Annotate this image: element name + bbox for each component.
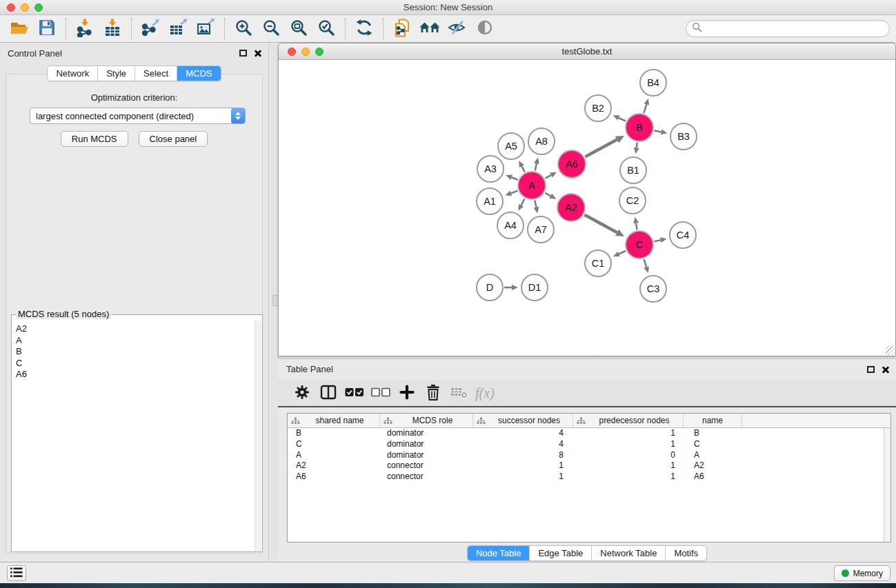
open-session-button[interactable] bbox=[6, 17, 33, 41]
table-cell-name[interactable]: A2 bbox=[684, 460, 742, 472]
table-row[interactable]: A6connector11A6 bbox=[288, 472, 890, 483]
table-cell-mcds_role[interactable]: connector bbox=[380, 472, 473, 483]
table-cell-predecessor_nodes[interactable]: 1 bbox=[573, 460, 684, 472]
graph-node-B4[interactable]: B4 bbox=[640, 70, 666, 96]
table-cell-shared_name[interactable]: A2 bbox=[288, 460, 380, 472]
table-row[interactable]: A2connector11A2 bbox=[288, 460, 890, 472]
column-header-mcds-role[interactable]: MCDS role bbox=[380, 414, 473, 427]
criterion-dropdown[interactable]: largest connected component (directed) bbox=[30, 108, 246, 124]
graph-edge-A-A7[interactable] bbox=[534, 201, 539, 214]
graph-edge-C-C2[interactable] bbox=[633, 217, 639, 230]
mcds-result-item[interactable]: A bbox=[16, 335, 254, 347]
mcds-result-item[interactable]: C bbox=[16, 358, 254, 369]
graph-node-D[interactable]: D bbox=[477, 274, 503, 301]
graph-node-C2[interactable]: C2 bbox=[619, 187, 646, 214]
graph-edge-B-B1[interactable] bbox=[634, 143, 639, 154]
graph-node-C1[interactable]: C1 bbox=[585, 250, 611, 276]
graph-edge-A2-C[interactable] bbox=[584, 215, 624, 236]
table-cell-shared_name[interactable]: C bbox=[288, 439, 380, 450]
graph-edge-A-A2[interactable] bbox=[545, 193, 556, 199]
graph-edge-A6-B[interactable] bbox=[585, 136, 624, 157]
tab-select[interactable]: Select bbox=[135, 66, 177, 81]
graph-edge-B-B3[interactable] bbox=[655, 130, 668, 135]
mcds-result-item[interactable]: A2 bbox=[16, 323, 254, 335]
graph-node-B1[interactable]: B1 bbox=[620, 157, 646, 183]
graph-edge-C-C1[interactable] bbox=[613, 251, 626, 256]
table-cell-successor_nodes[interactable]: 1 bbox=[473, 472, 573, 483]
graph-node-A4[interactable]: A4 bbox=[497, 212, 524, 239]
table-cell-predecessor_nodes[interactable]: 1 bbox=[573, 428, 684, 439]
mcds-result-item[interactable]: B bbox=[16, 346, 254, 358]
table-cell-predecessor_nodes[interactable]: 0 bbox=[573, 450, 684, 461]
table-cell-successor_nodes[interactable]: 4 bbox=[473, 428, 573, 439]
run-mcds-button[interactable]: Run MCDS bbox=[61, 131, 128, 147]
graph-edge-A-A3[interactable] bbox=[506, 175, 517, 180]
column-header-predecessor-nodes[interactable]: predecessor nodes bbox=[573, 414, 684, 427]
mcds-result-item[interactable]: A6 bbox=[16, 369, 254, 381]
graph-node-B3[interactable]: B3 bbox=[670, 123, 697, 150]
graph-edge-A-A4[interactable] bbox=[518, 199, 524, 210]
export-image-button[interactable] bbox=[192, 17, 219, 41]
table-cell-mcds_role[interactable]: dominator bbox=[380, 439, 473, 450]
select-all-rows-button[interactable] bbox=[341, 381, 368, 405]
task-history-button[interactable] bbox=[7, 565, 26, 581]
network-canvas[interactable]: B4B2BB3A5A8A6B1A3AC2A1A2A4A7C4CC1C3DD1 bbox=[279, 60, 895, 356]
table-cell-shared_name[interactable]: A6 bbox=[288, 472, 380, 483]
table-cell-mcds_role[interactable]: dominator bbox=[380, 450, 473, 461]
column-header-successor-nodes[interactable]: successor nodes bbox=[473, 414, 573, 427]
tab-network-table[interactable]: Network Table bbox=[591, 546, 665, 560]
duplicate-network-button[interactable] bbox=[388, 17, 416, 41]
graph-node-C3[interactable]: C3 bbox=[640, 276, 666, 302]
close-table-panel-icon[interactable] bbox=[882, 365, 890, 374]
table-settings-button[interactable] bbox=[289, 381, 315, 405]
network-window-titlebar[interactable]: testGlobe.txt bbox=[279, 43, 895, 60]
mcds-list-scrollbar[interactable] bbox=[255, 321, 261, 551]
table-cell-successor_nodes[interactable]: 4 bbox=[473, 439, 573, 450]
graph-node-B[interactable]: B bbox=[626, 114, 653, 141]
graph-edge-C-C3[interactable] bbox=[644, 259, 649, 273]
table-cell-name[interactable]: A6 bbox=[684, 472, 742, 483]
graph-node-C[interactable]: C bbox=[626, 231, 653, 258]
save-session-button[interactable] bbox=[33, 17, 61, 41]
memory-button[interactable]: Memory bbox=[834, 565, 890, 581]
delete-column-button[interactable] bbox=[420, 381, 446, 405]
graph-node-A5[interactable]: A5 bbox=[498, 133, 524, 159]
graph-node-A3[interactable]: A3 bbox=[477, 156, 504, 182]
show-all-button[interactable] bbox=[471, 17, 499, 41]
tab-style[interactable]: Style bbox=[97, 66, 135, 81]
table-cell-mcds_role[interactable]: connector bbox=[380, 460, 473, 472]
table-cell-shared_name[interactable]: A bbox=[288, 450, 380, 461]
import-table-button[interactable] bbox=[99, 17, 126, 41]
graph-node-D1[interactable]: D1 bbox=[521, 274, 548, 301]
table-cell-name[interactable]: A bbox=[684, 450, 742, 461]
zoom-out-button[interactable] bbox=[257, 17, 285, 41]
graph-edge-A-A5[interactable] bbox=[519, 161, 525, 172]
export-network-button[interactable] bbox=[137, 17, 164, 41]
graph-edge-B-B2[interactable] bbox=[613, 115, 626, 121]
graph-node-B2[interactable]: B2 bbox=[585, 95, 611, 121]
close-panel-icon[interactable] bbox=[254, 49, 262, 57]
create-column-button[interactable] bbox=[394, 381, 420, 405]
graph-node-A8[interactable]: A8 bbox=[528, 128, 555, 154]
table-row[interactable]: Adominator80A bbox=[288, 450, 890, 461]
first-neighbors-button[interactable] bbox=[416, 17, 444, 41]
tab-edge-table[interactable]: Edge Table bbox=[529, 546, 591, 560]
table-row[interactable]: Cdominator41C bbox=[288, 439, 890, 450]
refresh-network-button[interactable] bbox=[350, 17, 378, 41]
zoom-fit-button[interactable] bbox=[285, 17, 312, 41]
column-header-shared-name[interactable]: shared name bbox=[288, 414, 380, 427]
tab-motifs[interactable]: Motifs bbox=[665, 546, 706, 560]
graph-node-C4[interactable]: C4 bbox=[670, 222, 696, 248]
tab-network[interactable]: Network bbox=[48, 66, 97, 81]
resize-grip-icon[interactable] bbox=[886, 346, 895, 355]
graph-node-A6[interactable]: A6 bbox=[558, 150, 586, 178]
graph-edge-A-A1[interactable] bbox=[505, 191, 517, 196]
graph-node-A7[interactable]: A7 bbox=[528, 216, 554, 243]
graph-edge-A-A6[interactable] bbox=[545, 172, 557, 179]
table-cell-predecessor_nodes[interactable]: 1 bbox=[573, 439, 684, 450]
graph-edge-D-D1[interactable] bbox=[504, 285, 518, 290]
table-cell-successor_nodes[interactable]: 8 bbox=[473, 450, 573, 461]
table-cell-shared_name[interactable]: B bbox=[288, 428, 380, 439]
show-columns-button[interactable] bbox=[315, 381, 341, 405]
table-scrollbar[interactable] bbox=[884, 428, 890, 542]
